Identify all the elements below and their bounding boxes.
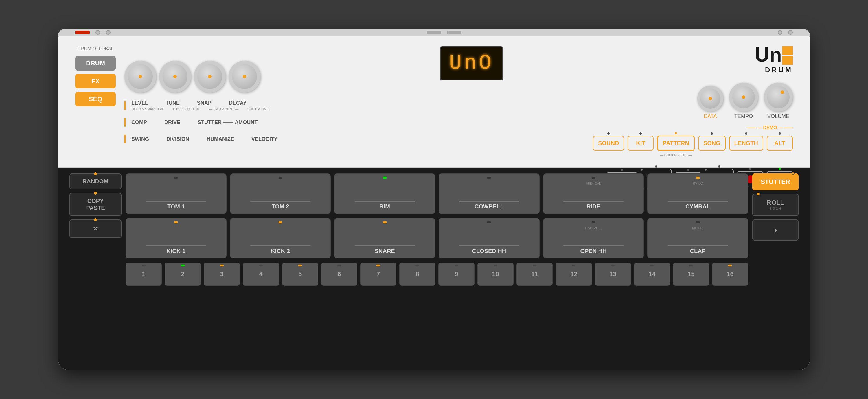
param-rows-area: LEVEL TUNE SNAP DECAY HOLD > SNARE LPF K… [124,98,350,146]
step-14[interactable]: 14 [634,263,670,286]
song-indicator [711,132,713,135]
step-12-label: 12 [570,270,577,278]
step-1-indicator [142,265,146,266]
right-knobs: DATA TEMPO VOLUME [697,83,793,120]
ride-label: RIDE [587,203,600,210]
data-knob[interactable] [697,86,723,111]
sound-button[interactable]: SOUND [593,136,624,151]
copy-paste-button[interactable]: COPYPASTE [69,193,122,216]
top-panel: DRUM / GLOBAL DRUM FX SEQ [58,29,810,168]
knob2[interactable] [159,61,191,93]
volume-knob-container: VOLUME [764,83,793,120]
step-10-indicator [494,265,497,266]
pad-open-hh[interactable]: PAD VEL. OPEN HH [543,218,644,259]
drum-mode-button[interactable]: DRUM [75,56,116,71]
pad-ride[interactable]: MIDI CH. RIDE [543,173,644,214]
fx-mode-button[interactable]: FX [75,74,116,89]
tempo-knob-container: TEMPO [729,83,758,120]
step-15[interactable]: 15 [673,263,709,286]
step-2[interactable]: 2 [165,263,201,286]
data-knob-label: DATA [704,113,717,120]
step-8-indicator [415,265,419,266]
random-button[interactable]: RANDOM [69,173,122,189]
step-6[interactable]: 6 [321,263,357,286]
pad-snare[interactable]: SNARE [334,218,435,259]
step-10[interactable]: 10 [477,263,514,286]
step-9[interactable]: 9 [438,263,474,286]
step-16[interactable]: 16 [712,263,748,286]
pad-cowbell[interactable]: COWBELL [439,173,539,214]
kit-button[interactable]: KIT [627,136,654,151]
demo-line-right [784,128,793,128]
step-9-indicator [455,265,458,266]
pad-clap[interactable]: METR. CLAP [647,218,748,259]
length-button[interactable]: LENGTH [729,136,763,151]
step-16-label: 16 [726,270,734,278]
step-4-indicator [259,265,263,266]
knob1-container [124,61,156,93]
step-9-label: 9 [455,270,458,278]
step-5[interactable]: 5 [282,263,318,286]
pad-kick1[interactable]: KICK 1 [126,218,226,259]
param-swing: SWING [131,136,149,142]
tap-tempo-indicator [718,165,720,168]
step-3[interactable]: 3 [204,263,240,286]
record-indicator [749,168,751,170]
pad-rim[interactable]: RIM [334,173,435,214]
step-11[interactable]: 11 [517,263,553,286]
snare-line [355,245,415,246]
ride-indicator [592,177,595,179]
demo-label-area: — DEMO — [593,125,793,130]
play-indicator [779,168,781,170]
screw-left2 [106,30,111,35]
tempo-knob[interactable] [729,83,758,111]
tom1-indicator [174,177,178,179]
cymbal-indicator [696,177,700,179]
step-12[interactable]: 12 [556,263,592,286]
alt-button[interactable]: ALT [767,136,793,151]
left-mode-buttons: DRUM / GLOBAL DRUM FX SEQ [75,46,116,106]
stutter-indicator [792,172,795,175]
data-knob-container: DATA [697,86,723,120]
step-11-label: 11 [531,270,538,278]
cymbal-sublabel: SYNC [693,181,703,186]
step-8[interactable]: 8 [399,263,435,286]
pad-cymbal[interactable]: SYNC CYMBAL [647,173,748,214]
bottom-panel-inner: RANDOM COPYPASTE × [69,173,799,361]
pattern-button[interactable]: PATTERN [657,136,694,151]
knob4[interactable] [228,61,260,93]
top-right-section: U n DRUM DATA [593,46,793,189]
step-5-label: 5 [298,270,302,278]
drum-indicator-line [124,101,126,110]
cymbal-line [668,201,728,202]
knob3[interactable] [194,61,226,93]
sub-snare-lpf: HOLD > SNARE LPF [131,107,164,111]
volume-knob[interactable] [764,83,793,111]
open-hh-label: OPEN HH [580,248,607,254]
step-2-indicator [181,265,185,266]
song-button[interactable]: SONG [698,136,726,151]
knob1[interactable] [124,61,156,93]
step-7[interactable]: 7 [360,263,396,286]
seq-mode-button[interactable]: SEQ [75,92,116,106]
closed-hh-line [459,245,519,246]
step-13[interactable]: 13 [595,263,631,286]
step-4[interactable]: 4 [243,263,279,286]
step-1[interactable]: 1 [126,263,162,286]
stutter-button[interactable]: STUTTER [752,173,799,190]
clap-sublabel: METR. [692,226,703,230]
pad-tom2[interactable]: TOM 2 [230,173,331,214]
rim-line [355,201,415,202]
roll-button[interactable]: ROLL 1 2 3 4 [752,194,799,216]
ride-sublabel: MIDI CH. [586,181,601,186]
next-button[interactable]: › [752,220,799,240]
knob2-container [159,61,191,93]
step-7-indicator [376,265,380,266]
pad-tom1[interactable]: TOM 1 [126,173,226,214]
step-14-indicator [650,265,654,266]
pad-closed-hh[interactable]: CLOSED HH [439,218,539,259]
kick1-indicator [174,221,178,224]
x-button[interactable]: × [69,220,122,238]
pad-kick2[interactable]: KICK 2 [230,218,331,259]
cowbell-label: COWBELL [474,203,504,210]
